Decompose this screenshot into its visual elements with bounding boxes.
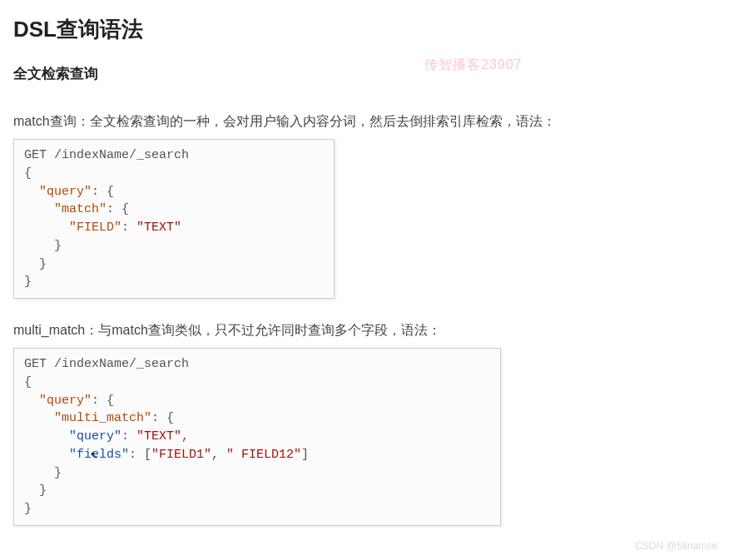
code-line: }	[24, 255, 324, 274]
code-text: {	[24, 166, 32, 181]
code-text: {	[24, 375, 32, 389]
code-text: }	[24, 275, 32, 289]
json-key: "query"	[39, 394, 92, 408]
json-punc: : {	[92, 185, 114, 199]
section-heading: 全文检索查询	[13, 64, 716, 83]
code-line: }	[24, 237, 324, 255]
code-text: }	[24, 483, 47, 498]
code-line: {	[24, 374, 490, 392]
multimatch-description: multi_match：与match查询类似，只不过允许同时查询多个字段，语法：	[13, 322, 716, 339]
json-punc: : [	[129, 448, 151, 462]
json-punc: :	[122, 429, 136, 444]
code-text: }	[24, 502, 32, 516]
code-line: }	[24, 273, 324, 291]
code-line: "match": {	[24, 201, 324, 219]
code-text: }	[24, 466, 62, 480]
json-key: "FIELD"	[69, 221, 122, 235]
match-description: match查询：全文检索查询的一种，会对用户输入内容分词，然后去倒排索引库检索，…	[13, 113, 716, 131]
json-punc: : {	[92, 394, 114, 408]
document-page: DSL查询语法 全文检索查询 match查询：全文检索查询的一种，会对用户输入内…	[0, 0, 729, 549]
code-block-multimatch: GET /indexName/_search { "query": { "mul…	[13, 348, 501, 526]
code-line: GET /indexName/_search	[24, 146, 324, 165]
json-punc: ]	[301, 448, 309, 462]
code-text: }	[24, 257, 47, 271]
json-string: "TEXT"	[136, 429, 181, 444]
code-text: }	[24, 239, 62, 253]
code-line: "multi_match": {	[24, 409, 490, 428]
page-title: DSL查询语法	[13, 15, 716, 44]
json-key: "query"	[69, 429, 122, 444]
json-string: " FIELD12"	[226, 448, 301, 462]
code-line: "query": {	[24, 183, 324, 201]
json-string: "TEXT"	[136, 221, 181, 235]
json-key: "match"	[54, 202, 107, 216]
code-text: GET /indexName/_search	[24, 357, 189, 371]
code-line: GET /indexName/_search	[24, 355, 490, 374]
json-string: "FIELD1"	[151, 448, 211, 462]
code-block-match: GET /indexName/_search { "query": { "mat…	[13, 139, 335, 299]
code-line: "query": {	[24, 392, 490, 410]
json-punc: ,	[211, 448, 226, 462]
code-line: "FIELD": "TEXT"	[24, 219, 324, 237]
json-punc: ,	[181, 429, 189, 444]
code-line: }	[24, 482, 490, 500]
json-punc: : {	[151, 411, 174, 425]
code-text: GET /indexName/_search	[24, 148, 189, 162]
code-line: }	[24, 500, 490, 518]
json-key: "fields"	[69, 448, 129, 462]
code-line: "query": "TEXT",	[24, 428, 490, 446]
json-punc: :	[122, 221, 136, 235]
code-line: }	[24, 464, 490, 483]
json-key: "query"	[39, 185, 92, 199]
json-key: "multi_match"	[54, 411, 151, 425]
json-punc: : {	[107, 202, 129, 216]
code-line: {	[24, 165, 324, 183]
code-line: "fields": ["FIELD1", " FIELD12"]	[24, 446, 490, 464]
